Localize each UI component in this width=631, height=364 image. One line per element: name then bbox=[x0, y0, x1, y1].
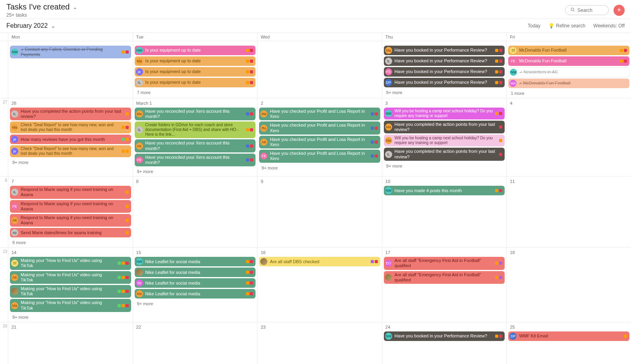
day-cell[interactable]: 15NWNike Leaflet for social mediaNike Le… bbox=[133, 248, 257, 322]
task-pill[interactable]: AKHave you checked your Profit and Loss … bbox=[259, 136, 380, 148]
task-pill[interactable]: SsNike Leaflet for social media bbox=[135, 278, 256, 288]
task-pill[interactable]: MaHave you completed the action points f… bbox=[384, 121, 505, 133]
task-pill[interactable]: jeIs your equipment up to date bbox=[135, 67, 256, 77]
day-cell[interactable]: 11 bbox=[506, 177, 631, 247]
header-right: + bbox=[565, 5, 625, 16]
day-cell[interactable]: 17EOAre all staff "Emergency First Aid i… bbox=[382, 248, 507, 322]
more-tasks-link[interactable]: 9+ more bbox=[10, 158, 131, 166]
day-cell[interactable]: MaHave you booked in your Performance Re… bbox=[382, 41, 507, 98]
title-row[interactable]: Tasks I've created ⌄ bbox=[6, 2, 77, 12]
day-cell[interactable]: 21 bbox=[8, 322, 133, 364]
day-cell[interactable]: 23 bbox=[257, 322, 382, 364]
day-cell[interactable]: 22 bbox=[133, 322, 257, 364]
day-cell[interactable]: 25DPWMF Kit Email bbox=[506, 322, 631, 364]
task-pill[interactable]: RuHave you checked your Profit and Loss … bbox=[259, 121, 380, 134]
task-pill[interactable]: MaHave you booked in your Performance Re… bbox=[384, 46, 505, 55]
task-pill[interactable]: MaIs your equipment up to date bbox=[135, 56, 256, 66]
day-cell[interactable] bbox=[257, 41, 382, 98]
more-tasks-link[interactable]: 1 more bbox=[508, 89, 629, 97]
task-pill[interactable]: Making your "How to Find Us" video using… bbox=[10, 285, 131, 298]
month-selector[interactable]: February 2022 ⌄ bbox=[6, 22, 56, 29]
day-cell[interactable]: 16Are all staff DBS checked bbox=[257, 248, 382, 322]
task-pill[interactable]: Nike Leaflet for social media bbox=[135, 268, 256, 277]
task-pill[interactable]: jeHow many reviews have you got this mon… bbox=[10, 135, 131, 144]
task-pill[interactable]: Are all staff DBS checked bbox=[259, 257, 380, 266]
today-button[interactable]: Today bbox=[528, 23, 540, 29]
more-tasks-link[interactable]: 9+ more bbox=[259, 164, 380, 172]
day-cell[interactable]: SfMcDonalds Fun FootballFEMcDonalds Fun … bbox=[506, 41, 631, 98]
day-cell[interactable]: 18 bbox=[506, 248, 631, 322]
task-pill[interactable]: NW✓Contact any Failed, Overdue or Pendin… bbox=[10, 46, 131, 58]
day-cell[interactable]: 10NWHave you made 4 posts this month bbox=[382, 177, 507, 247]
day-cell[interactable]: 4 bbox=[506, 98, 631, 176]
task-pill[interactable]: AKRespond to Marie saying if you need tr… bbox=[10, 214, 131, 227]
search-box[interactable] bbox=[565, 5, 609, 15]
task-pill[interactable]: NWWill you be hosting a camp next school… bbox=[384, 108, 505, 119]
more-tasks-link[interactable]: 9+ more bbox=[384, 89, 505, 96]
task-pill[interactable]: FEHave you booked in your Performance Re… bbox=[384, 67, 505, 77]
task-pill[interactable]: ILIs your equipment up to date bbox=[135, 78, 256, 87]
day-cell[interactable]: March 1MaHave you reconciled your Xero a… bbox=[133, 98, 257, 176]
day-cell[interactable]: NW✓Contact any Failed, Overdue or Pendin… bbox=[8, 41, 133, 98]
task-pill[interactable]: AKHave you reconciled your Xero account … bbox=[135, 139, 256, 152]
task-pill[interactable]: NWIs your equipment up to date bbox=[135, 46, 256, 55]
task-pill[interactable]: ILCreate folders in GDrive for each coac… bbox=[135, 121, 256, 138]
task-pill[interactable]: SfMaking your "How to Find Us" video usi… bbox=[10, 257, 131, 270]
task-pill[interactable]: MaWill you be hosting a camp next school… bbox=[384, 135, 505, 146]
assignee-avatar: AK bbox=[136, 143, 143, 150]
task-pill[interactable]: ILHave you completed the action points f… bbox=[10, 108, 131, 120]
day-cell[interactable]: 14SfMaking your "How to Find Us" video u… bbox=[8, 248, 133, 322]
task-pill[interactable]: MaCheck "Deal Report" to see how many ne… bbox=[10, 121, 131, 133]
task-pill[interactable]: MaHave you checked your Profit and Loss … bbox=[259, 108, 380, 120]
more-tasks-link[interactable]: 7 more bbox=[135, 89, 256, 96]
day-cell[interactable]: 7ILRespond to Marie saying if you need t… bbox=[8, 177, 133, 247]
task-pill[interactable]: MaHave you reconciled your Xero account … bbox=[135, 108, 256, 120]
assignee-avatar: AK bbox=[260, 139, 267, 146]
task-pill[interactable]: Are all staff "Emergency First Aid in Fo… bbox=[384, 271, 505, 284]
task-pill[interactable]: epSend Marie dates/times for asana train… bbox=[10, 228, 131, 237]
add-button[interactable]: + bbox=[614, 5, 625, 16]
task-pill[interactable]: FEHave you reconciled your Xero account … bbox=[135, 154, 256, 166]
task-pill[interactable]: SfMcDonalds Fun Football bbox=[508, 46, 629, 55]
more-tasks-link[interactable]: 9+ more bbox=[135, 168, 256, 175]
search-input[interactable] bbox=[577, 8, 605, 13]
task-pill[interactable]: FERespond to Marie saying if you need tr… bbox=[10, 200, 131, 213]
task-pill[interactable]: ILHave you booked in your Performance Re… bbox=[384, 56, 505, 66]
task-pill[interactable]: MaNike Leaflet for social media bbox=[135, 289, 256, 299]
task-pill[interactable]: NW✓Newsletters in AC bbox=[508, 67, 629, 77]
chevron-down-icon[interactable]: ⌄ bbox=[73, 4, 77, 10]
task-pill[interactable]: NWHave you made 4 posts this month bbox=[384, 186, 505, 195]
task-pill[interactable]: NWHave you booked in your Performance Re… bbox=[384, 331, 505, 341]
more-tasks-link[interactable]: 9 more bbox=[10, 239, 131, 247]
task-pill[interactable]: NWNike Leaflet for social media bbox=[135, 257, 256, 266]
task-pill[interactable]: MA✓McDonalds Fun Football bbox=[508, 79, 629, 88]
task-pill[interactable]: DPWMF Kit Email bbox=[508, 331, 629, 341]
day-number: 23 bbox=[259, 324, 380, 330]
more-tasks-link[interactable]: 9+ more bbox=[135, 300, 256, 308]
task-pill[interactable]: MaMaking your "How to Find Us" video usi… bbox=[10, 299, 131, 312]
more-tasks-link[interactable]: 9+ more bbox=[10, 313, 131, 321]
more-tasks-link[interactable]: 9+ more bbox=[384, 162, 505, 170]
day-cell[interactable]: 24NWHave you booked in your Performance … bbox=[382, 322, 507, 364]
day-cell[interactable]: 9 bbox=[257, 177, 382, 247]
task-tags bbox=[246, 60, 253, 63]
task-pill[interactable]: DPHave you booked in your Performance Re… bbox=[384, 78, 505, 87]
task-title: Have you checked your Profit and Loss Re… bbox=[270, 137, 368, 147]
task-pill[interactable]: EOAre all staff "Emergency First Aid in … bbox=[384, 257, 505, 270]
day-cell[interactable]: 2MaHave you checked your Profit and Loss… bbox=[257, 98, 382, 176]
task-pill[interactable]: FEMcDonalds Fun Football bbox=[508, 56, 629, 66]
task-pill[interactable]: ILRespond to Marie saying if you need tr… bbox=[10, 186, 131, 198]
day-cell[interactable]: 3NWWill you be hosting a camp next schoo… bbox=[382, 98, 507, 176]
day-cell[interactable]: 28ILHave you completed the action points… bbox=[8, 98, 133, 176]
task-pill[interactable]: AKMaking your "How to Find Us" video usi… bbox=[10, 271, 131, 284]
task-pill[interactable]: jeCheck "Deal Report" to see how many ne… bbox=[10, 145, 131, 157]
page-title: Tasks I've created bbox=[6, 2, 70, 12]
task-pill[interactable]: ILHave you completed the action points f… bbox=[384, 148, 505, 160]
day-cell[interactable]: 8 bbox=[133, 177, 257, 247]
day-cell[interactable]: NWIs your equipment up to dateMaIs your … bbox=[133, 41, 257, 98]
weekends-toggle[interactable]: Weekends: Off bbox=[593, 23, 625, 29]
task-pill[interactable]: FEHave you checked your Profit and Loss … bbox=[259, 150, 380, 162]
tag-swatch bbox=[499, 49, 502, 52]
tag-swatch bbox=[495, 112, 498, 115]
refine-search-button[interactable]: 💡 Refine search bbox=[548, 23, 585, 29]
